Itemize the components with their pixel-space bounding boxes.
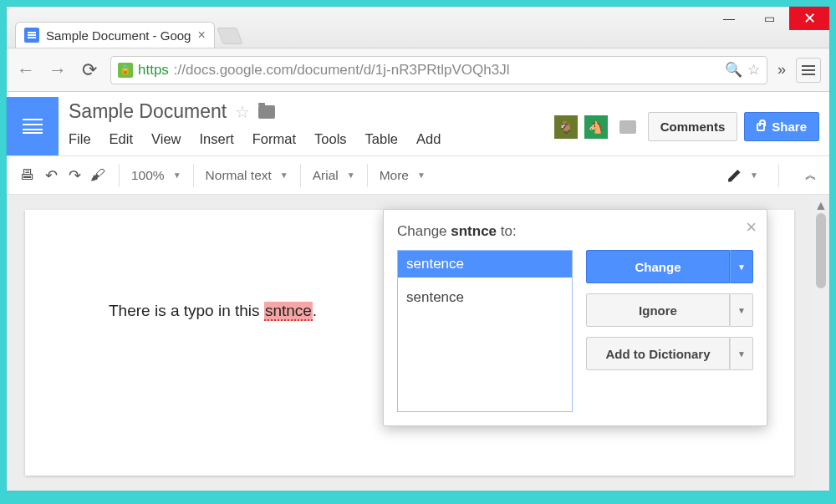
collaborator-avatar-1[interactable]: 🐐 <box>554 115 578 139</box>
lock-icon: 🔒 <box>118 63 133 78</box>
chevron-down-icon: ▼ <box>280 171 288 180</box>
redo-icon[interactable]: ↷ <box>65 166 84 185</box>
body-text-after: . <box>313 302 317 319</box>
undo-icon[interactable]: ↶ <box>42 166 60 185</box>
body-text: There is a typo in this <box>109 302 264 319</box>
new-tab-button[interactable] <box>217 28 242 44</box>
browser-toolbar: ← → ⟳ 🔒 https://docs.google.com/document… <box>7 48 829 92</box>
spell-title-prefix: Change <box>397 223 451 239</box>
menu-table[interactable]: Table <box>365 131 398 147</box>
share-button-label: Share <box>772 120 807 134</box>
suggestion-list: sentence sentence <box>397 250 573 412</box>
font-value: Arial <box>313 168 339 183</box>
collaborator-avatar-2[interactable]: 🐴 <box>584 115 608 139</box>
suggestion-selected[interactable]: sentence <box>398 251 572 277</box>
font-select[interactable]: Arial ▼ <box>313 168 355 183</box>
menu-insert[interactable]: Insert <box>200 131 234 147</box>
menu-view[interactable]: View <box>151 131 181 147</box>
docs-header: Sample Document ☆ File Edit View Insert … <box>7 92 829 156</box>
docs-favicon-icon <box>24 28 39 43</box>
url-path: ://docs.google.com/document/d/1j-nR3PRtl… <box>174 62 510 79</box>
search-icon[interactable]: 🔍 <box>725 61 742 79</box>
add-to-dictionary-dropdown-button[interactable]: ▼ <box>730 337 753 370</box>
address-bar[interactable]: 🔒 https://docs.google.com/document/d/1j-… <box>110 56 767 84</box>
menu-bar: File Edit View Insert Format Tools Table… <box>69 123 554 155</box>
window-maximize-button[interactable]: ▭ <box>749 7 789 30</box>
move-folder-icon[interactable] <box>258 105 275 119</box>
ignore-button[interactable]: Ignore ▼ <box>586 293 753 327</box>
menu-tools[interactable]: Tools <box>314 131 347 147</box>
reload-button[interactable]: ⟳ <box>79 59 100 81</box>
ignore-dropdown-button[interactable]: ▼ <box>730 293 753 327</box>
star-document-button[interactable]: ☆ <box>235 102 250 122</box>
window-minimize-button[interactable]: — <box>709 7 749 30</box>
zoom-value: 100% <box>131 168 165 183</box>
add-to-dictionary-button[interactable]: Add to Dictionary ▼ <box>586 337 753 370</box>
menu-file[interactable]: File <box>69 131 91 147</box>
vertical-scrollbar[interactable]: ▲ <box>813 195 829 491</box>
back-button[interactable]: ← <box>15 59 37 81</box>
browser-tab-strip: Sample Document - Goog × <box>7 7 829 48</box>
menu-addons[interactable]: Add <box>416 131 441 147</box>
spell-title-suffix: to: <box>497 223 517 239</box>
chevron-down-icon: ▼ <box>173 171 181 180</box>
scroll-up-icon[interactable]: ▲ <box>814 198 828 213</box>
browser-tab[interactable]: Sample Document - Goog × <box>15 22 215 48</box>
spell-title-word: sntnce <box>451 223 497 239</box>
chevron-down-icon: ▼ <box>417 171 426 180</box>
spellcheck-title: Change sntnce to: <box>397 223 573 240</box>
window-close-button[interactable]: ✕ <box>789 7 829 30</box>
chat-icon[interactable] <box>619 120 636 134</box>
suggestion-option[interactable]: sentence <box>398 277 572 318</box>
more-toolbar-button[interactable]: More ▼ <box>380 168 426 183</box>
pencil-icon <box>728 169 742 182</box>
more-label: More <box>380 168 409 183</box>
paragraph-style-select[interactable]: Normal text ▼ <box>206 168 288 183</box>
chevron-down-icon: ▼ <box>347 171 355 180</box>
ignore-button-label: Ignore <box>586 293 730 327</box>
share-button[interactable]: Share <box>744 112 819 141</box>
bookmark-star-icon[interactable]: ☆ <box>747 61 760 79</box>
editing-mode-button[interactable]: ▼ <box>728 169 758 182</box>
change-button-label: Change <box>586 250 730 283</box>
paragraph-style-value: Normal text <box>206 168 272 183</box>
lock-icon <box>757 123 765 131</box>
comments-button[interactable]: Comments <box>648 112 738 141</box>
scroll-thumb[interactable] <box>816 213 826 288</box>
menu-format[interactable]: Format <box>252 131 296 147</box>
docs-toolbar: 🖶 ↶ ↷ 🖌 100% ▼ Normal text ▼ Arial ▼ Mor… <box>7 156 829 195</box>
chevron-down-icon: ▼ <box>750 171 758 180</box>
spellcheck-dialog: Change sntnce to: sentence sentence × Ch… <box>383 209 767 426</box>
url-scheme: https <box>138 62 169 79</box>
tab-title: Sample Document - Goog <box>46 28 191 43</box>
collapse-toolbar-button[interactable]: ︽ <box>799 166 818 185</box>
paint-format-icon[interactable]: 🖌 <box>89 166 107 185</box>
forward-button[interactable]: → <box>47 59 69 81</box>
docs-logo-icon[interactable] <box>7 97 59 155</box>
add-to-dictionary-label: Add to Dictionary <box>586 337 730 370</box>
menu-edit[interactable]: Edit <box>110 131 133 147</box>
change-dropdown-button[interactable]: ▼ <box>730 250 753 283</box>
print-icon[interactable]: 🖶 <box>18 166 37 185</box>
misspelled-word[interactable]: sntnce <box>264 302 313 321</box>
tab-close-button[interactable]: × <box>197 28 205 43</box>
change-button[interactable]: Change ▼ <box>586 250 753 283</box>
close-dialog-button[interactable]: × <box>746 216 757 238</box>
extensions-overflow-button[interactable]: » <box>777 61 786 79</box>
browser-menu-button[interactable] <box>796 58 821 83</box>
document-title[interactable]: Sample Document <box>69 100 227 123</box>
zoom-select[interactable]: 100% ▼ <box>131 168 181 183</box>
